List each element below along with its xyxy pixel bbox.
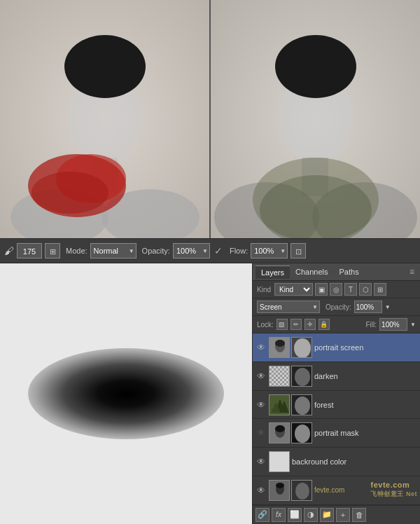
kind-shape-icon[interactable]: ⬡ [359,283,372,296]
layer-name-0: portrait screen [314,343,417,352]
layer-row-portrait-screen[interactable]: 👁 portrait screen [253,333,420,362]
layer-name-4: backround color [292,457,417,466]
svg-point-52 [295,425,310,443]
layer-mask-button[interactable]: ⬜ [288,508,302,522]
kind-adjustment-icon[interactable]: ◎ [330,283,342,296]
tablet-icon[interactable]: ⊡ [290,243,306,258]
kind-label: Kind [257,286,271,294]
layer-new-button[interactable]: + [336,508,350,522]
opacity-select[interactable]: 100% 75% 50% 25% [173,243,210,258]
opacity-label: Opacity: [142,247,170,255]
layer-delete-button[interactable]: 🗑 [352,508,366,522]
layer-fx-button[interactable]: fx [272,508,286,522]
layer-visibility-toggle-0[interactable]: 👁 [255,342,267,353]
portrait-left [0,0,210,238]
layer-mask-2 [291,394,312,415]
layer-mask-0 [291,337,312,358]
layer-visibility-toggle-1[interactable]: 👁 [255,371,267,382]
tab-channels[interactable]: Channels [290,266,333,278]
bottom-area: Layers Channels Paths ≡ Kind Kind Name E… [0,263,420,524]
blend-row: Screen Normal Multiply Overlay Darken Li… [253,298,420,316]
svg-point-47 [295,397,310,415]
layer-thumb-4 [269,451,290,472]
layers-panel: Layers Channels Paths ≡ Kind Kind Name E… [252,263,420,524]
lock-transparency-icon[interactable]: ▧ [276,319,288,330]
tab-layers[interactable]: Layers [255,266,290,279]
layer-mask-3 [291,422,312,443]
canvas-area[interactable] [0,263,252,524]
right-image-panel [211,0,420,238]
kind-type-icon[interactable]: T [344,283,357,296]
opacity-dropdown-arrow: ▼ [385,304,391,310]
lock-position-icon[interactable]: ✛ [304,319,316,330]
kind-pixel-icon[interactable]: ▣ [315,283,328,296]
brush-options-icon[interactable]: ⊞ [45,243,60,258]
lock-label: Lock: [257,321,274,329]
layer-thumb-group-0 [269,337,312,358]
lock-row: Lock: ▧ ✏ ✛ 🔒 Fill: ▼ [253,316,420,333]
layer-thumb-group-1 [269,366,312,387]
layer-thumb-2 [269,394,290,415]
tab-paths[interactable]: Paths [334,266,365,278]
layer-thumb-1 [269,366,290,387]
layer-row-bg-color[interactable]: 👁 backround color [253,448,420,476]
left-image-panel [0,0,211,238]
brush-icon: 🖌 [4,245,14,256]
airbrush-icon[interactable]: ✓ [214,245,223,256]
layer-name-2: forest [314,401,417,409]
kind-row: Kind Kind Name Effect Mode Attribute Col… [253,281,420,298]
fill-arrow: ▼ [410,322,416,328]
layers-tabs-header: Layers Channels Paths ≡ [253,263,420,281]
svg-point-30 [275,35,356,98]
layer-row-portrait-mask[interactable]: 👁 portrait mask [253,419,420,448]
blend-mode-select[interactable]: Screen Normal Multiply Overlay Darken Li… [257,301,320,313]
layer-visibility-toggle-2[interactable]: 👁 [255,399,267,411]
svg-point-55 [276,483,284,488]
layer-row-darken[interactable]: 👁 darken [253,362,420,391]
svg-point-41 [295,368,310,386]
layer-visibility-toggle-5[interactable]: 👁 [255,485,267,496]
svg-point-13 [64,35,146,98]
flow-label: Flow: [230,247,248,255]
portrait-right [211,0,420,238]
layer-name-3: portrait mask [314,429,417,437]
top-image-area [0,0,420,238]
layer-thumb-group-4 [269,451,290,472]
layer-adjustment-button[interactable]: ◑ [304,508,318,522]
layer-visibility-toggle-3[interactable]: 👁 [255,427,267,439]
kind-smartobj-icon[interactable]: ⊞ [374,283,386,296]
svg-point-39 [294,338,311,358]
kind-select[interactable]: Kind Name Effect Mode Attribute Color [274,283,313,296]
fill-label: Fill: [366,321,377,329]
layer-name-1: darken [314,372,417,380]
brush-size-display: 175 [17,243,42,258]
layer-thumb-0 [269,337,290,358]
layer-mask-1 [291,366,312,387]
layer-visibility-toggle-4[interactable]: 👁 [255,456,267,467]
layer-mask-5 [291,480,312,501]
layer-row-fevte[interactable]: 👁 fevte.com fevte.com 飞特创意王 Net [253,476,420,505]
blend-mode-wrap: Screen Normal Multiply Overlay Darken Li… [257,301,320,313]
layer-row-forest[interactable]: 👁 forest [253,391,420,420]
flow-select[interactable]: 100% 75% 50% 25% [251,243,288,258]
layer-group-button[interactable]: 📁 [320,508,334,522]
brush-stroke-preview [28,348,224,439]
mode-label: Mode: [66,247,88,255]
layer-thumb-group-5 [269,480,312,501]
layers-panel-menu-icon[interactable]: ≡ [407,267,417,277]
watermark: fevte.com 飞特创意王 Net [370,481,417,499]
layer-thumb-group-3 [269,422,312,443]
canvas-inner [0,263,252,524]
lock-pixels-icon[interactable]: ✏ [290,319,302,330]
layer-link-button[interactable]: 🔗 [255,508,270,522]
fill-input[interactable] [379,318,407,331]
layer-thumb-group-2 [269,394,312,415]
layer-thumb-5 [269,480,290,501]
svg-point-37 [275,340,285,347]
layer-opacity-input[interactable] [354,301,382,313]
lock-all-icon[interactable]: 🔒 [318,319,330,330]
layer-opacity-label: Opacity: [326,303,351,311]
mode-select[interactable]: Normal Dissolve Multiply Screen Overlay [90,243,136,258]
layer-thumb-3 [269,422,290,443]
toolbar: 🖌 175 ⊞ Mode: Normal Dissolve Multiply S… [0,238,420,263]
